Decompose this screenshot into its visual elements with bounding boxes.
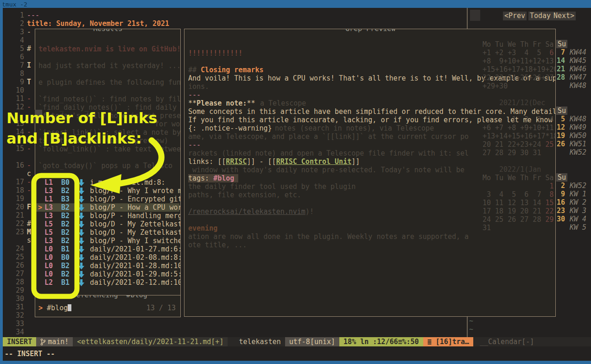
text-segment: 22	[545, 207, 553, 215]
line-number: 20	[2, 203, 24, 211]
text-segment: 3 4 5 6 7	[483, 190, 550, 199]
calendar-week-number: KW52	[570, 148, 586, 157]
result-row[interactable]: L0B1daily/2021-01-27.md:6:	[36, 245, 179, 253]
calendar-sunday-header: Su	[556, 173, 567, 182]
calendar-day[interactable]: 9	[556, 190, 565, 198]
line-number: 33	[2, 320, 24, 328]
backlinks-count: B2	[61, 262, 70, 270]
line-number: 5	[2, 44, 24, 53]
calendar-prev-button[interactable]: <Prev	[503, 12, 527, 20]
result-title: blog/P - How a CPU wor	[90, 203, 181, 212]
git-branch-label: main!	[48, 338, 69, 346]
result-row[interactable]: L2B1daily/2021-02-12.md:10	[36, 278, 179, 287]
calendar-ghost-line: +6 +7 +8 +9+10+11	[483, 124, 554, 132]
text-segment: 20 21 22+23+24	[483, 140, 545, 149]
search-input[interactable]: > #blog	[38, 304, 71, 312]
calendar-week-number: KW51	[570, 140, 586, 148]
text-segment: Closing remarks	[201, 66, 263, 74]
calendar-day[interactable]: 16	[556, 198, 565, 207]
empty-line-tilde: ~	[469, 325, 473, 333]
calendar-ghost-line: 27 28 29 30 31	[483, 149, 541, 157]
backlinks-count: B2	[61, 203, 70, 212]
text-segment: RRISC	[226, 157, 247, 166]
calendar-today-button[interactable]: Today	[528, 12, 552, 20]
result-row[interactable]: L0B2daily/2021-01-29.md:5:	[36, 270, 179, 278]
calendar-day[interactable]: 21	[556, 65, 565, 73]
text-segment: ame, via Telescope, and place a `[[link]…	[188, 132, 469, 141]
buffer-margin-char: M	[27, 228, 31, 236]
prompt-char: >	[38, 304, 43, 312]
calendar-ghost-line: 31	[483, 224, 491, 232]
grep-preview-panel: Grep Preview !!!!!!!!!!!!!## Closing rem…	[184, 29, 556, 317]
calendar-day[interactable]: 5	[556, 115, 565, 123]
preview-line: a Telescope	[260, 99, 306, 107]
prompt-panel: Notes referencing `#blog` > #blog 13 / 1…	[35, 295, 181, 317]
result-title: daily/2021-01-28.md:10	[90, 262, 181, 270]
calendar-day[interactable]: 14	[556, 56, 565, 65]
calendar-ghost-line: +15+16+17+18+19+20	[483, 65, 556, 74]
result-row[interactable]: >L3B2blog/P - How a CPU wor	[36, 203, 179, 212]
result-title: daily/2021-01-27.md:6:	[90, 245, 181, 253]
preview-line: the daily finder tool used by the plugin	[188, 182, 356, 191]
mode-indicator: INSERT	[3, 337, 36, 346]
buffer-margin-char: c	[27, 169, 31, 178]
result-row[interactable]: L0B0daily/2021-02-08.md:8:	[36, 253, 179, 262]
calendar-ghost-line: 20 21 22+23+24 25	[483, 140, 554, 149]
line-number: 24	[2, 245, 24, 253]
result-row[interactable]: L5B2blog/D - My Zettelkast	[36, 228, 179, 237]
links-count: L5	[44, 228, 53, 237]
result-row[interactable]: L3B2blog/P - Handling merg	[36, 212, 179, 220]
calendar-ghost-line: 2022/1(Jan	[499, 165, 541, 174]
calendar-day[interactable]: 12	[556, 123, 565, 132]
text-segment: 29	[545, 215, 553, 224]
buffer-margin-char: -	[27, 186, 31, 195]
result-row[interactable]: L1B3blog/P - Encrypted git	[36, 195, 179, 203]
line-number: 27	[2, 270, 24, 278]
calendar-ghost-line: +1 +2 +3 4 5 6	[483, 49, 554, 57]
calendar-day[interactable]: 7	[556, 48, 565, 56]
line-number: 11	[2, 94, 24, 103]
line-number: 10	[2, 86, 24, 94]
calendar-week-number: KW52	[570, 182, 586, 190]
search-query: #blog	[47, 304, 68, 312]
buffer-margin-char: -	[27, 94, 31, 103]
preview-line: paths, file extension, etc.	[188, 191, 301, 199]
calendar-day[interactable]: 19	[556, 132, 565, 140]
grep-preview-title: Grep Preview	[342, 29, 399, 33]
results-ghost-line: `goto_today()` pops up a Telesco	[38, 162, 172, 170]
preview-line: ions.	[188, 82, 209, 91]
calendar-week-number: KW50	[570, 132, 586, 140]
calendar-day[interactable]: 26	[556, 140, 565, 148]
result-row[interactable]: L5B2blog/D - My Zettelkast	[36, 220, 179, 228]
statusline: INSERT main! <ettelkasten/daily/2021-11-…	[3, 337, 591, 346]
result-title: daily/2021-02-12.md:10	[90, 278, 181, 287]
calendar-day[interactable]: 23	[556, 207, 565, 215]
text-segment: ---	[188, 91, 201, 99]
calendar-day[interactable]: 30	[556, 215, 565, 223]
results-ghost-line: `find_notes()` : find notes by fil	[38, 95, 181, 103]
text-segment: the daily finder tool used by the plugin	[188, 182, 356, 191]
backlinks-count: B0	[61, 253, 70, 262]
preview-line: rackets (linked note) and open a Telesco…	[188, 149, 469, 157]
result-row[interactable]: L3B2blog/P - Why I switche	[36, 237, 179, 245]
git-branch-icon	[40, 339, 45, 345]
backlinks-count: B2	[61, 270, 70, 278]
text-segment: 24 25 26 27 28	[483, 215, 545, 224]
result-title: daily/2021-02-08.md:8:	[90, 253, 181, 262]
filename-segment: <ettelkasten/daily/2021-11-21.md[+]	[73, 337, 228, 346]
line-number: 6	[2, 53, 24, 61]
calendar-day[interactable]: 2	[556, 182, 565, 190]
results-ghost-line: for wo	[155, 120, 180, 128]
result-row[interactable]: L1B0i mention it.md:8:	[36, 178, 179, 187]
line-number: 18	[2, 186, 24, 195]
text-segment: )!	[305, 207, 314, 216]
calendar-day[interactable]: 28	[556, 73, 565, 82]
prompt-title: Notes referencing `#blog`	[44, 295, 155, 299]
line-number: 1	[2, 11, 24, 19]
results-panel-title: Results	[90, 29, 126, 33]
backlinks-count: B2	[61, 212, 70, 220]
calendar-week-number: KW 2	[570, 198, 586, 207]
calendar-week-number: KW 1	[570, 190, 586, 198]
result-row[interactable]: L0B2daily/2021-01-28.md:10	[36, 262, 179, 270]
result-row[interactable]: L3B2blog/P - Why I wrote m	[36, 187, 179, 195]
